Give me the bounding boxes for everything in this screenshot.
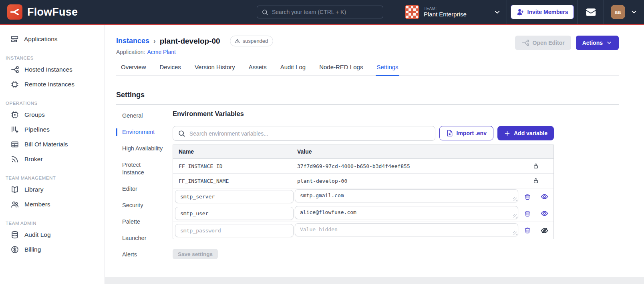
delete-variable-button[interactable]	[524, 227, 531, 234]
env-name-input[interactable]	[175, 190, 294, 203]
add-variable-button[interactable]: Add variable	[497, 126, 554, 140]
avatar[interactable]: aa	[611, 5, 625, 19]
table-row: smtp.gmail.com	[173, 188, 553, 205]
sidebar-item-remote-instances[interactable]: Remote Instances	[0, 77, 105, 92]
sidebar-item-bill-of-materials[interactable]: Bill Of Materials	[0, 137, 105, 152]
env-value-input[interactable]	[295, 223, 518, 236]
navbar-right: TEAM: Plant Enterprise Invite Members aa	[399, 0, 644, 24]
import-env-button[interactable]: Import .env	[439, 126, 493, 140]
team-text: TEAM: Plant Enterprise	[424, 6, 467, 18]
brand-name: FlowFuse	[27, 6, 78, 18]
settings-nav-general[interactable]: General	[116, 112, 164, 120]
settings-divider	[116, 104, 619, 105]
application-link[interactable]: Acme Plant	[147, 49, 176, 57]
team-search[interactable]	[257, 6, 383, 18]
settings-nav-editor[interactable]: Editor	[116, 185, 164, 193]
sidebar-item-broker[interactable]: Broker	[0, 152, 105, 166]
open-editor-label: Open Editor	[533, 40, 565, 46]
settings-nav-launcher[interactable]: Launcher	[116, 234, 164, 242]
tab-devices[interactable]: Devices	[159, 64, 182, 75]
save-settings-button[interactable]: Save settings	[173, 249, 218, 259]
breadcrumb-instances-link[interactable]: Instances	[116, 37, 149, 45]
sidebar-item-groups[interactable]: Groups	[0, 107, 105, 122]
invite-members-button[interactable]: Invite Members	[511, 5, 574, 19]
sidebar-item-audit-log[interactable]: Audit Log	[0, 227, 105, 242]
tab-assets[interactable]: Assets	[248, 64, 268, 75]
toggle-visibility-button[interactable]	[541, 210, 548, 217]
eye-icon	[541, 193, 548, 200]
settings-nav-security[interactable]: Security	[116, 202, 164, 209]
toggle-visibility-button[interactable]	[541, 227, 548, 234]
import-env-label: Import .env	[457, 130, 487, 136]
actions-button[interactable]: Actions	[576, 36, 619, 50]
table-header: Name Value	[173, 144, 553, 159]
pipelines-icon	[10, 125, 19, 134]
chevron-down-icon	[630, 8, 638, 16]
sidebar-item-label: Broker	[24, 156, 43, 163]
main-area: Instances › plant-develop-00 suspended A…	[105, 25, 644, 284]
tab-overview[interactable]: Overview	[120, 64, 147, 75]
chevron-down-icon	[606, 40, 612, 46]
delete-variable-button[interactable]	[524, 193, 531, 200]
database-icon	[10, 230, 19, 239]
document-download-icon	[446, 130, 453, 137]
sidebar-item-label: Remote Instances	[24, 81, 74, 88]
sidebar-item-pipelines[interactable]: Pipelines	[0, 122, 105, 137]
instance-name: plant-develop-00	[160, 37, 220, 46]
sidebar-item-label: Billing	[24, 246, 41, 253]
envelope-icon[interactable]	[586, 7, 596, 18]
actions-label: Actions	[582, 40, 603, 46]
tab-settings[interactable]: Settings	[376, 64, 399, 75]
add-variable-label: Add variable	[514, 130, 547, 136]
sidebar-section-team-admin: TEAM ADMIN	[0, 221, 105, 226]
toggle-visibility-button[interactable]	[541, 193, 548, 200]
sidebar-item-applications[interactable]: Applications	[0, 32, 105, 46]
lock-icon	[533, 178, 539, 184]
status-badge: suspended	[230, 36, 274, 46]
sidebar-item-members[interactable]: Members	[0, 197, 105, 212]
rss-icon	[10, 155, 19, 164]
chevron-down-icon	[493, 8, 501, 16]
brand[interactable]: FlowFuse	[0, 4, 78, 20]
sidebar: Applications INSTANCES Hosted Instances …	[0, 25, 105, 284]
env-search-input[interactable]	[189, 130, 430, 137]
sidebar-item-label: Pipelines	[24, 126, 50, 133]
delete-variable-button[interactable]	[524, 210, 531, 217]
tab-node-red-logs[interactable]: Node-RED Logs	[318, 64, 364, 75]
env-name-input[interactable]	[175, 224, 294, 237]
sidebar-item-hosted-instances[interactable]: Hosted Instances	[0, 62, 105, 77]
user-menu[interactable]: aa	[604, 0, 644, 24]
column-header-name: Name	[173, 148, 293, 155]
sidebar-item-billing[interactable]: Billing	[0, 242, 105, 257]
env-name-input[interactable]	[175, 207, 294, 220]
settings-nav-alerts[interactable]: Alerts	[116, 251, 164, 258]
users-icon	[10, 200, 19, 209]
eye-off-icon	[541, 227, 548, 234]
dollar-circle-icon	[10, 245, 19, 254]
instance-header: Instances › plant-develop-00 suspended A…	[116, 25, 619, 57]
env-table: Name Value FF_INSTANCE_ID 37f7d969-97cd-…	[173, 144, 554, 239]
env-search[interactable]	[173, 126, 435, 141]
notifications-segment[interactable]	[578, 0, 604, 24]
search-icon	[262, 9, 268, 16]
settings-nav-palette[interactable]: Palette	[116, 218, 164, 226]
sidebar-item-library[interactable]: Library	[0, 182, 105, 197]
tab-version-history[interactable]: Version History	[194, 64, 236, 75]
env-value-input[interactable]: alice@flowfuse.com	[295, 206, 518, 219]
settings-nav-environment[interactable]: Environment	[116, 128, 164, 136]
tab-audit-log[interactable]: Audit Log	[280, 64, 306, 75]
settings-nav-high-availability[interactable]: High Availability	[116, 145, 164, 152]
settings-nav-protect-instance[interactable]: Protect Instance	[116, 161, 164, 176]
env-var-value: plant-develop-00	[293, 178, 518, 184]
flowfuse-logo-icon	[7, 4, 22, 20]
team-selector[interactable]: TEAM: Plant Enterprise	[399, 0, 507, 24]
env-value-input[interactable]: smtp.gmail.com	[295, 189, 518, 202]
search-input[interactable]	[272, 9, 378, 15]
eye-icon	[541, 210, 548, 217]
lock-icon	[533, 163, 539, 169]
team-label: TEAM:	[424, 6, 467, 11]
top-navbar: FlowFuse TEAM: Plant Enterprise	[0, 0, 644, 25]
open-editor-button[interactable]: Open Editor	[515, 36, 571, 50]
sidebar-item-label: Library	[24, 186, 43, 193]
team-name: Plant Enterprise	[424, 11, 467, 18]
